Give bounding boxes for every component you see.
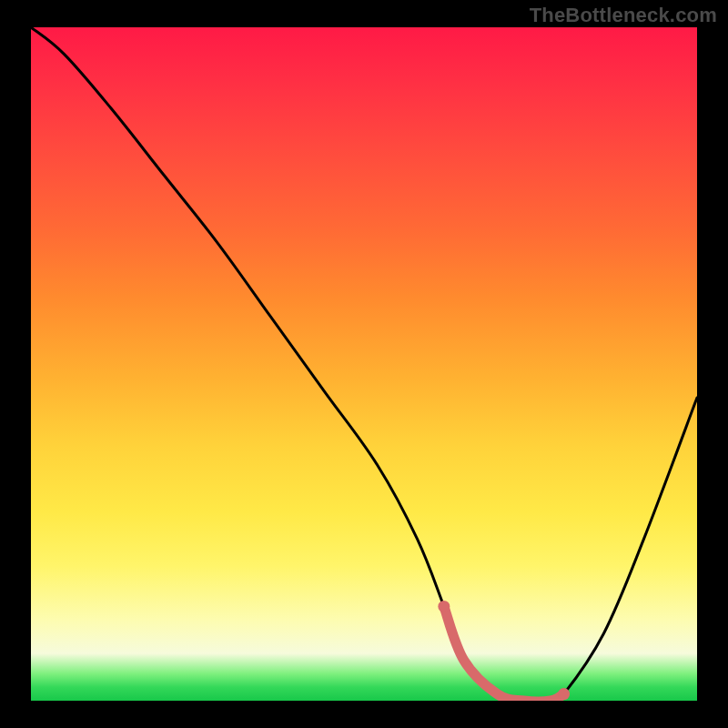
gradient-background — [31, 27, 697, 701]
plot-area — [31, 27, 697, 701]
chart-frame: TheBottleneck.com — [0, 0, 728, 728]
watermark-text: TheBottleneck.com — [530, 4, 717, 27]
